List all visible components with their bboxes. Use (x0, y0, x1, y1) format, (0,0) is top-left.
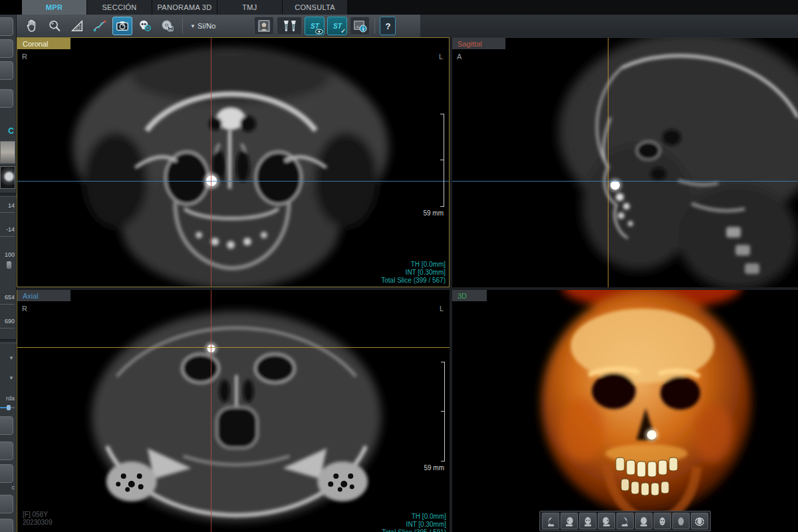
eye-icon (315, 29, 323, 35)
sagittal-view-tab[interactable]: Sagittal (452, 38, 505, 49)
help-button[interactable]: ? (380, 17, 396, 35)
axial-ct-image (17, 290, 450, 532)
capture-button[interactable] (112, 17, 132, 35)
zoom-tool-button[interactable] (45, 17, 65, 35)
angle-ruler-icon (70, 19, 84, 33)
patient-info: [F] 058Y 20230309 (23, 511, 53, 527)
implant-pair-icon (279, 19, 300, 33)
slider-handle[interactable] (6, 261, 12, 269)
view-preset-front[interactable] (579, 513, 597, 529)
tab-mpr[interactable]: MPR (22, 0, 86, 15)
partial-label: rda (6, 395, 15, 402)
toolbar-extension (420, 15, 798, 37)
view-preset-face[interactable] (654, 513, 671, 529)
help-label: ? (385, 21, 390, 31)
slider-value: 654 (5, 294, 15, 301)
volume-3d-viewport[interactable]: 3D (452, 290, 798, 532)
tab-consulta[interactable]: CONSULTA (283, 0, 347, 15)
check-icon: ✓ (340, 28, 346, 35)
view-preset-strip (539, 511, 711, 531)
axial-coronal-crossline[interactable] (17, 347, 450, 348)
tab-seccion[interactable]: SECCIÓN (87, 0, 152, 15)
view-preset-rotate[interactable] (691, 513, 708, 529)
coronal-viewport[interactable]: Coronal R L 59 mm TH [0.0mm] INT [0.30mm… (17, 37, 450, 287)
save-cd-button[interactable] (158, 17, 178, 35)
volume-view-tab[interactable]: 3D (452, 290, 487, 301)
slider-track[interactable] (0, 212, 15, 213)
sidebar-tool-button[interactable] (0, 39, 13, 58)
slider-track[interactable] (0, 304, 15, 305)
sidebar-badge: C (8, 126, 14, 136)
slice-interval: INT [0.30mm] (382, 521, 446, 529)
orientation-marker-anterior: A (457, 53, 462, 61)
tab-tmj-label: TMJ (242, 3, 257, 11)
view-preset-back[interactable] (635, 513, 652, 529)
sidebar-divider (0, 193, 17, 197)
view-preset-left-oblique[interactable] (598, 513, 615, 529)
image-info-button[interactable]: i (350, 17, 370, 35)
angle-measure-button[interactable] (67, 17, 87, 35)
coronal-view-tab[interactable]: Coronal (17, 38, 70, 49)
cd-save-icon (160, 19, 176, 33)
axial-sagittal-crossline[interactable] (211, 290, 211, 532)
skull-3d-button[interactable] (135, 17, 155, 35)
mini-slider-handle[interactable] (7, 405, 11, 410)
orientation-marker-right: R (22, 305, 27, 313)
study-date: 20230309 (23, 519, 53, 527)
scale-label: 59 mm (423, 209, 444, 217)
toolbar-separator (374, 18, 375, 34)
scale-ruler (440, 114, 444, 207)
sidebar-tool-button[interactable] (0, 17, 13, 36)
slice-interval: INT [0.30mm] (381, 269, 446, 277)
view-preset-head[interactable] (672, 513, 690, 529)
tab-panorama-3d-label: PANORAMA 3D (158, 3, 212, 11)
curve-polyline-icon (92, 19, 108, 33)
pan-tool-button[interactable] (22, 17, 42, 35)
sagittal-viewport[interactable]: Sagittal A (452, 37, 798, 287)
xray-thumbnail[interactable] (0, 141, 15, 164)
chevron-down-icon[interactable]: ▼ (190, 23, 196, 29)
skull-thumbnail[interactable] (0, 166, 15, 189)
slice-total: Total Slice (399 / 567) (381, 277, 446, 285)
curve-measure-button[interactable] (90, 17, 110, 35)
volume-3d-render (452, 290, 798, 532)
implant-button[interactable] (277, 17, 302, 35)
face-photo-button[interactable] (254, 17, 274, 35)
slider-track[interactable] (0, 236, 15, 237)
dropdown-chevron-icon[interactable]: ▼ (9, 375, 14, 381)
coronal-ct-image (17, 38, 449, 287)
head-right-profile-icon (545, 516, 556, 527)
axial-viewport[interactable]: Axial R L 59 mm [F] 058Y 20230309 TH [0.… (17, 290, 450, 532)
head-left-oblique-icon (601, 516, 612, 527)
scale-label: 59 mm (424, 464, 444, 471)
sagittal-axial-crossline[interactable] (452, 181, 798, 182)
view-preset-right-profile[interactable] (542, 513, 559, 529)
coronal-axial-crossline[interactable] (17, 181, 449, 182)
head-face-icon (657, 516, 668, 527)
main-toolbar: ▼ Sí/No ST ST ✓ i ? (17, 15, 420, 37)
tab-panorama-3d[interactable]: PANORAMA 3D (152, 0, 217, 15)
slice-info: TH [0.0mm] INT [0.30mm] Total Slice (395… (382, 513, 446, 532)
mini-slider[interactable] (0, 407, 15, 408)
tab-tmj[interactable]: TMJ (217, 0, 282, 15)
dropdown-chevron-icon[interactable]: ▼ (9, 355, 14, 361)
slider-value: -14 (6, 226, 15, 233)
sagittal-coronal-crossline[interactable] (608, 38, 608, 287)
view-preset-right-oblique[interactable] (561, 513, 578, 529)
slice-thickness: TH [0.0mm] (381, 261, 446, 269)
coronal-sagittal-crossline[interactable] (211, 38, 211, 287)
slider-track[interactable] (0, 328, 15, 329)
sidebar-tool-button[interactable] (0, 464, 13, 483)
sagittal-ct-image (452, 38, 798, 287)
sidebar-tool-button[interactable] (0, 495, 13, 513)
axial-view-tab[interactable]: Axial (17, 290, 70, 301)
sidebar-tool-button[interactable] (0, 89, 13, 108)
view-preset-left-profile[interactable] (616, 513, 634, 529)
sidebar-tool-button[interactable] (0, 61, 13, 80)
sidebar-tool-button[interactable] (0, 519, 13, 532)
st-apply-button[interactable]: ST ✓ (327, 17, 347, 35)
sidebar-tool-button[interactable] (0, 416, 13, 435)
st-visibility-button[interactable]: ST (305, 17, 325, 35)
cbct-viewer-window: MPR SECCIÓN PANORAMA 3D TMJ CONSULTA ▼ S… (0, 0, 798, 532)
sidebar-tool-button[interactable] (0, 442, 13, 460)
